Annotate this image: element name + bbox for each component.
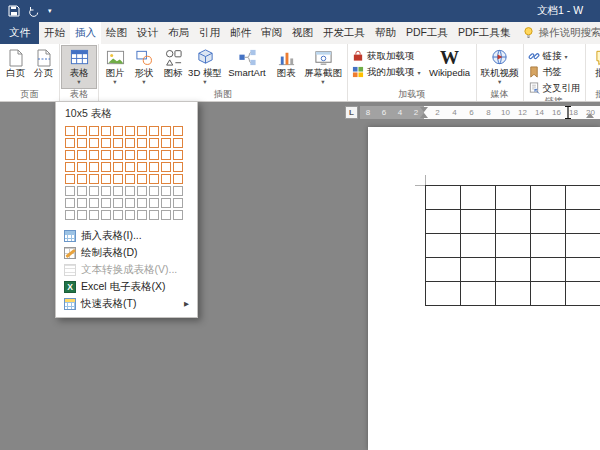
table-cell[interactable] bbox=[566, 258, 600, 282]
table-button[interactable]: 表格 ▾ bbox=[62, 46, 96, 88]
icons-button[interactable]: 图标 bbox=[159, 46, 187, 88]
grid-cell-4x6[interactable] bbox=[101, 186, 111, 196]
my-addins-button[interactable]: 我的加载项 ▾ bbox=[350, 66, 423, 79]
document-page[interactable] bbox=[368, 127, 600, 450]
table-cell[interactable] bbox=[496, 210, 531, 234]
grid-cell-3x6[interactable] bbox=[89, 186, 99, 196]
table-cell[interactable] bbox=[566, 186, 600, 210]
grid-cell-6x5[interactable] bbox=[125, 174, 135, 184]
grid-cell-6x8[interactable] bbox=[125, 210, 135, 220]
grid-cell-1x4[interactable] bbox=[65, 162, 75, 172]
grid-cell-7x7[interactable] bbox=[137, 198, 147, 208]
grid-cell-9x1[interactable] bbox=[161, 126, 171, 136]
table-cell[interactable] bbox=[531, 234, 566, 258]
table-size-grid[interactable] bbox=[56, 126, 197, 220]
table-cell[interactable] bbox=[426, 258, 461, 282]
shapes-button[interactable]: 形状 ▾ bbox=[130, 46, 158, 88]
grid-cell-6x1[interactable] bbox=[125, 126, 135, 136]
grid-cell-10x5[interactable] bbox=[173, 174, 183, 184]
tab-pdf-toolset[interactable]: PDF工具集 bbox=[453, 22, 516, 44]
grid-cell-2x4[interactable] bbox=[77, 162, 87, 172]
grid-cell-2x6[interactable] bbox=[77, 186, 87, 196]
table-cell[interactable] bbox=[531, 186, 566, 210]
tab-design[interactable]: 设计 bbox=[132, 22, 163, 44]
menu-item-insert-table[interactable]: 插入表格(I)... bbox=[56, 227, 197, 244]
table-cell[interactable] bbox=[461, 282, 496, 306]
link-button[interactable]: 链接 ▾ bbox=[526, 50, 583, 63]
grid-cell-10x3[interactable] bbox=[173, 150, 183, 160]
grid-cell-2x1[interactable] bbox=[77, 126, 87, 136]
grid-cell-4x4[interactable] bbox=[101, 162, 111, 172]
grid-cell-10x6[interactable] bbox=[173, 186, 183, 196]
tab-draw[interactable]: 绘图 bbox=[101, 22, 132, 44]
table-cell[interactable] bbox=[461, 186, 496, 210]
picture-button[interactable]: 图片 ▾ bbox=[101, 46, 129, 88]
table-cell[interactable] bbox=[426, 186, 461, 210]
tab-home[interactable]: 开始 bbox=[39, 22, 70, 44]
page-break-button[interactable]: 分页 bbox=[30, 46, 57, 88]
bookmark-button[interactable]: 书签 bbox=[526, 66, 583, 79]
grid-cell-7x6[interactable] bbox=[137, 186, 147, 196]
grid-cell-3x3[interactable] bbox=[89, 150, 99, 160]
table-cell[interactable] bbox=[461, 258, 496, 282]
comment-button[interactable]: 批注 bbox=[588, 46, 600, 88]
table-cell[interactable] bbox=[531, 282, 566, 306]
document-table[interactable] bbox=[425, 185, 600, 306]
tab-mailings[interactable]: 邮件 bbox=[225, 22, 256, 44]
grid-cell-3x1[interactable] bbox=[89, 126, 99, 136]
table-cell[interactable] bbox=[426, 282, 461, 306]
hanging-indent-marker[interactable] bbox=[420, 113, 428, 118]
table-cell[interactable] bbox=[461, 234, 496, 258]
table-cell[interactable] bbox=[496, 234, 531, 258]
grid-cell-7x3[interactable] bbox=[137, 150, 147, 160]
grid-cell-5x8[interactable] bbox=[113, 210, 123, 220]
tab-layout[interactable]: 布局 bbox=[163, 22, 194, 44]
grid-cell-10x1[interactable] bbox=[173, 126, 183, 136]
tab-help[interactable]: 帮助 bbox=[370, 22, 401, 44]
grid-cell-1x2[interactable] bbox=[65, 138, 75, 148]
grid-cell-5x3[interactable] bbox=[113, 150, 123, 160]
grid-cell-7x4[interactable] bbox=[137, 162, 147, 172]
screenshot-button[interactable]: 屏幕截图 ▾ bbox=[301, 46, 345, 88]
tab-view[interactable]: 视图 bbox=[287, 22, 318, 44]
grid-cell-5x2[interactable] bbox=[113, 138, 123, 148]
table-cell[interactable] bbox=[426, 234, 461, 258]
tab-stop-selector[interactable]: L bbox=[345, 106, 358, 119]
table-cell[interactable] bbox=[496, 282, 531, 306]
chart-button[interactable]: 图表 bbox=[272, 46, 300, 88]
grid-cell-1x1[interactable] bbox=[65, 126, 75, 136]
table-cell[interactable] bbox=[496, 186, 531, 210]
grid-cell-5x1[interactable] bbox=[113, 126, 123, 136]
table-cell[interactable] bbox=[566, 282, 600, 306]
grid-cell-8x2[interactable] bbox=[149, 138, 159, 148]
first-line-indent-marker[interactable] bbox=[420, 107, 428, 112]
smartart-button[interactable]: SmartArt bbox=[223, 46, 271, 88]
grid-cell-6x2[interactable] bbox=[125, 138, 135, 148]
wikipedia-button[interactable]: W Wikipedia bbox=[426, 46, 474, 88]
grid-cell-1x6[interactable] bbox=[65, 186, 75, 196]
grid-cell-8x7[interactable] bbox=[149, 198, 159, 208]
grid-cell-9x2[interactable] bbox=[161, 138, 171, 148]
grid-cell-8x8[interactable] bbox=[149, 210, 159, 220]
grid-cell-7x8[interactable] bbox=[137, 210, 147, 220]
grid-cell-3x4[interactable] bbox=[89, 162, 99, 172]
grid-cell-9x4[interactable] bbox=[161, 162, 171, 172]
customize-qat-icon[interactable]: ▾ bbox=[48, 7, 52, 15]
cross-reference-button[interactable]: 交叉引用 bbox=[526, 82, 583, 95]
grid-cell-5x6[interactable] bbox=[113, 186, 123, 196]
grid-cell-1x7[interactable] bbox=[65, 198, 75, 208]
grid-cell-8x4[interactable] bbox=[149, 162, 159, 172]
table-cell[interactable] bbox=[426, 210, 461, 234]
grid-cell-4x8[interactable] bbox=[101, 210, 111, 220]
undo-icon[interactable] bbox=[28, 5, 40, 17]
grid-cell-5x7[interactable] bbox=[113, 198, 123, 208]
table-cell[interactable] bbox=[461, 210, 496, 234]
grid-cell-5x5[interactable] bbox=[113, 174, 123, 184]
grid-cell-1x5[interactable] bbox=[65, 174, 75, 184]
grid-cell-1x3[interactable] bbox=[65, 150, 75, 160]
tab-pdf-tools[interactable]: PDF工具 bbox=[401, 22, 453, 44]
tab-insert[interactable]: 插入 bbox=[70, 22, 101, 44]
grid-cell-9x7[interactable] bbox=[161, 198, 171, 208]
table-cell[interactable] bbox=[531, 210, 566, 234]
grid-cell-3x2[interactable] bbox=[89, 138, 99, 148]
